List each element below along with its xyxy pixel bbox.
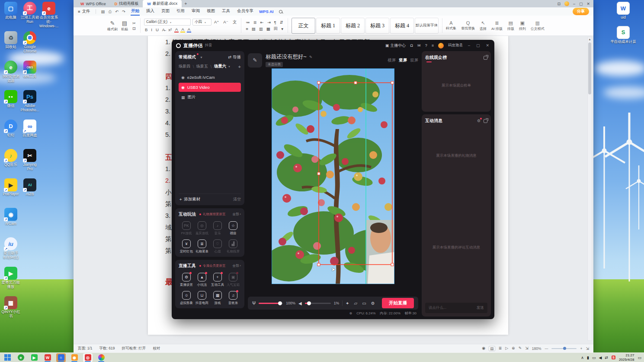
font-format-icon[interactable]: U xyxy=(155,27,160,32)
mic-volume-slider[interactable] xyxy=(259,303,283,304)
font-size-tool-icon[interactable]: A⁺ xyxy=(213,19,220,25)
zoom-in-button[interactable]: + xyxy=(580,346,582,351)
search-icon[interactable] xyxy=(279,10,282,13)
message-input[interactable]: 说点什么... 发送 xyxy=(425,303,487,313)
stream-tool-icon[interactable]: ▭ xyxy=(362,301,366,306)
desktop-icon[interactable]: ♪ QQ音乐 xyxy=(1,149,21,178)
paragraph-tool-icon[interactable]: ⇤ xyxy=(260,20,265,25)
source-item[interactable]: ◉ e2eSoft iVCam xyxy=(179,73,241,82)
document-tab[interactable]: W 最新搭建.docx xyxy=(143,0,182,7)
paragraph-tool-icon[interactable]: ⇥ xyxy=(266,20,272,25)
anchor-center-button[interactable]: ▣主播中心 xyxy=(385,43,406,48)
user-avatar[interactable] xyxy=(438,43,444,48)
zoom-slider[interactable] xyxy=(551,348,577,349)
font-size-select[interactable]: 小四▾ xyxy=(192,19,211,26)
desktop-icon[interactable]: ▶ PotPlayer xyxy=(1,178,21,208)
account-avatar[interactable] xyxy=(564,1,569,6)
ribbon-tab[interactable]: 页面 xyxy=(161,7,170,16)
send-button[interactable]: 发送 xyxy=(477,305,484,310)
stream-tool-icon[interactable]: ▱ xyxy=(354,301,358,306)
paragraph-tool-icon[interactable]: ⇵ xyxy=(279,20,284,25)
desktop-icon[interactable]: S 半自动成本计算 xyxy=(609,26,637,44)
microphone-icon[interactable]: Ψ xyxy=(252,301,256,306)
tray-icon[interactable]: ∧ xyxy=(581,356,584,360)
paragraph-tool-icon[interactable]: ¶ xyxy=(273,20,277,25)
paragraph-tool-icon[interactable]: ≔ xyxy=(245,20,251,25)
ribbon-tab[interactable]: 引用 xyxy=(176,7,185,16)
scroll-up-icon[interactable]: ▲ xyxy=(588,37,591,42)
font-format-icon[interactable]: A xyxy=(187,27,191,32)
layout-option[interactable]: 竖屏 xyxy=(399,58,407,63)
ribbon-tool-button[interactable]: A 样式集 xyxy=(446,20,456,31)
interact-feature-button[interactable]: ♪ 音乐 xyxy=(210,221,225,236)
customer-service-icon[interactable]: Ω xyxy=(410,43,413,48)
tool-feature-button[interactable]: ⊔ 抖音电商 xyxy=(194,291,210,305)
scrollbar-thumb[interactable] xyxy=(588,42,591,94)
paragraph-tool-icon[interactable]: ▥ xyxy=(258,26,264,31)
interact-feature-button[interactable]: ▟ 礼物投屏 xyxy=(225,239,241,254)
desktop-icon[interactable]: D 钉钉 xyxy=(1,120,21,149)
layout-option[interactable]: 横屏 xyxy=(388,58,396,63)
zoom-stat-icon[interactable]: ⊕ xyxy=(349,311,352,315)
tool-feature-button[interactable]: ▣ 人气宝箱 xyxy=(225,273,241,287)
feedback-icon[interactable]: ✉ xyxy=(417,43,421,48)
paragraph-style[interactable]: 标题 3 xyxy=(365,18,389,34)
paragraph-tool-icon[interactable]: ▾ xyxy=(280,26,284,31)
edit-icon[interactable]: ✎ xyxy=(309,55,313,59)
ribbon-tab[interactable]: 审阅 xyxy=(191,7,200,16)
taskbar-app-button[interactable]: W xyxy=(43,353,52,362)
layout-option[interactable]: 双屏 xyxy=(410,58,418,63)
document-tab[interactable]: D 找稻壳模板 xyxy=(110,0,143,7)
stream-tool-icon[interactable]: ⚙ xyxy=(371,301,375,306)
stream-title[interactable]: 标题还没有想好~ xyxy=(266,53,307,61)
share-button[interactable]: 分享 xyxy=(573,8,589,15)
taskbar-app-button[interactable]: e xyxy=(16,353,26,362)
ribbon-tab[interactable]: 插入 xyxy=(146,7,155,16)
paragraph-tool-icon[interactable]: 田 xyxy=(273,26,279,32)
taskbar-app-button[interactable]: ▶ xyxy=(29,353,39,362)
taskbar-app-button[interactable]: ◉ xyxy=(70,353,79,362)
ribbon-tool-button[interactable]: ▥ 公文模式 xyxy=(531,20,545,31)
word-count[interactable]: 字数: 619 xyxy=(99,346,115,351)
view-mode-icon[interactable]: ◉ xyxy=(482,346,485,351)
font-format-icon[interactable]: I xyxy=(150,27,153,32)
font-size-tool-icon[interactable]: A⁻ xyxy=(222,19,229,25)
font-format-icon[interactable]: A xyxy=(180,27,185,32)
sogou-input-icon[interactable]: S xyxy=(612,356,615,359)
tool-feature-button[interactable]: ☺ 虚拟形象 xyxy=(179,291,194,305)
interact-feature-button[interactable]: ☆ 福袋 xyxy=(225,221,241,236)
speaker-icon[interactable]: ◀ xyxy=(298,301,302,306)
font-format-icon[interactable]: x² xyxy=(167,27,173,32)
interact-feature-button[interactable]: ◎ 嘉宾连线 xyxy=(194,221,210,236)
taskbar-app-button[interactable]: ○ xyxy=(56,353,66,362)
tool-feature-button[interactable]: + 互动工具 xyxy=(210,273,225,287)
tool-feature-button[interactable]: ▲ 小玩法 xyxy=(194,273,210,287)
ribbon-tab[interactable]: 开始 xyxy=(131,7,140,16)
desktop-icon[interactable]: Google Chrome xyxy=(20,31,40,61)
paragraph-style[interactable]: 标题 2 xyxy=(341,18,365,34)
tray-icon[interactable]: ⇄ xyxy=(605,356,608,360)
close-button[interactable]: ✕ xyxy=(586,2,590,6)
format-painter-button[interactable]: ✎格式刷 xyxy=(107,20,118,32)
quick-tool-icon[interactable]: ↷ xyxy=(122,9,125,14)
vertical-scrollbar[interactable]: ▲ xyxy=(587,37,592,341)
interact-feature-button[interactable]: ♡ 心愿 xyxy=(210,239,225,254)
font-size-tool-icon[interactable]: 文 xyxy=(232,19,238,25)
desktop-icon[interactable]: ▶ 爱奇艺万能播放 xyxy=(1,267,21,296)
maximize-button[interactable]: ▢ xyxy=(579,2,583,6)
desktop-icon[interactable]: OBS obs工具 xyxy=(20,61,40,90)
quick-tool-icon[interactable]: ▤ xyxy=(101,9,105,14)
document-tab[interactable]: W WPS Office xyxy=(76,0,110,7)
mode-selector[interactable]: 常规模式 xyxy=(179,54,196,60)
cut-icon[interactable]: ✂ xyxy=(131,21,137,26)
zoom-out-button[interactable]: — xyxy=(545,346,548,350)
menu-icon[interactable]: ≡ xyxy=(432,43,434,48)
desktop-icon[interactable]: e 会员分发系统-Windows-... xyxy=(39,2,59,31)
view-mode-icon[interactable]: ▷ xyxy=(505,346,508,351)
fullscreen-icon[interactable]: ⇲ xyxy=(586,346,589,351)
maximize-button[interactable]: ▢ xyxy=(475,43,481,48)
desktop-icon[interactable]: W uid xyxy=(609,2,637,20)
paragraph-style[interactable]: 标题 4 xyxy=(390,18,414,34)
desktop-icon[interactable]: 微信 xyxy=(1,90,21,120)
add-material-button[interactable]: ＋ 添加素材 xyxy=(179,197,200,202)
